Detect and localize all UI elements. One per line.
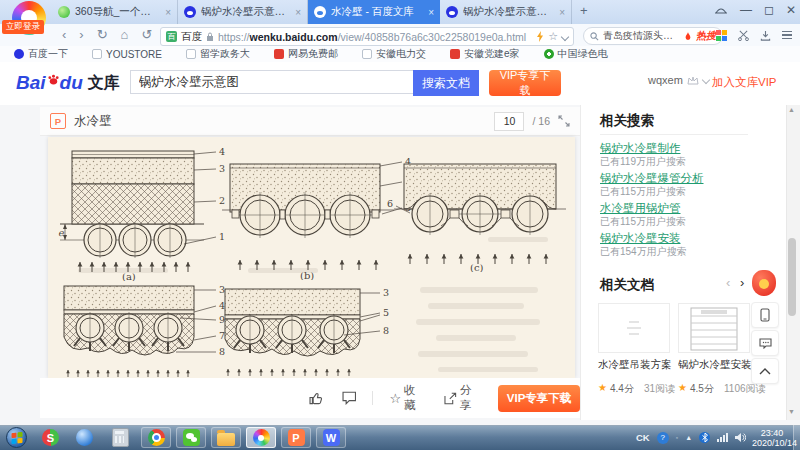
related-doc-title[interactable]: 水冷壁吊装方案	[598, 358, 674, 372]
ime-indicator[interactable]: CK	[636, 432, 650, 443]
hot-search-label[interactable]: 热搜	[696, 29, 716, 43]
lightning-icon[interactable]	[536, 31, 544, 42]
tab-close-icon[interactable]: ×	[295, 7, 301, 18]
bookmark-item[interactable]: 留学政务大	[186, 47, 250, 61]
svg-text:(a): (a)	[122, 271, 136, 281]
browser-search-box[interactable]: 青岛疫情源头在哪 热搜	[583, 27, 723, 45]
tab-close-icon[interactable]: ×	[559, 7, 565, 18]
related-search-link[interactable]: 水冷壁用锅炉管	[600, 201, 681, 216]
baidu-favicon-icon	[14, 49, 24, 59]
taskbar-app-icon[interactable]	[76, 429, 93, 446]
tray-expand-icon[interactable]: ▲	[685, 434, 692, 441]
page-number-input[interactable]	[494, 112, 524, 131]
bookmark-item[interactable]: 网易免费邮	[274, 47, 338, 61]
tray-misc-icon[interactable]: ◦	[676, 434, 678, 441]
browser-login-badge[interactable]: 立即登录	[2, 20, 44, 34]
related-doc-thumbnail[interactable]	[678, 303, 750, 353]
taskbar-clock[interactable]: 23:40 2020/10/14	[752, 428, 792, 448]
start-button[interactable]	[6, 427, 27, 448]
taskbar-360-safe-icon[interactable]: S	[42, 429, 59, 446]
taskbar-wps-doc-button[interactable]: W	[316, 427, 346, 448]
menu-icon[interactable]	[782, 29, 792, 42]
document-page[interactable]: e 4 3 2 1 (a) 4 3 5 (b)	[48, 137, 575, 378]
forward-button[interactable]: ›	[79, 24, 83, 46]
comment-icon[interactable]	[342, 391, 357, 405]
address-dropdown-icon[interactable]	[561, 32, 569, 40]
bookmark-item[interactable]: 安徽党建e家	[450, 47, 520, 61]
related-doc-thumbnail[interactable]	[598, 303, 670, 353]
clock-time: 23:40	[752, 428, 792, 438]
party-site-icon	[450, 49, 460, 59]
apps-grid-icon[interactable]	[716, 30, 727, 41]
related-search-link[interactable]: 锅炉水冷壁爆管分析	[600, 171, 704, 186]
share-label[interactable]: 分享	[460, 383, 482, 413]
logo-du: du	[60, 72, 83, 94]
flame-icon	[684, 31, 692, 41]
bookmark-item[interactable]: 中国绿色电	[544, 47, 608, 61]
vip-download-button-bottom[interactable]: VIP专享下载	[498, 385, 580, 412]
scissors-icon[interactable]	[738, 30, 749, 41]
taskbar-calculator-icon[interactable]	[112, 428, 129, 447]
red-packet-icon[interactable]	[752, 270, 776, 296]
related-search-link[interactable]: 锅炉水冷壁安装	[600, 231, 681, 246]
new-tab-button[interactable]: +	[580, 3, 588, 18]
feedback-button[interactable]	[751, 330, 779, 356]
like-icon[interactable]	[309, 391, 324, 406]
favorite-star-icon[interactable]: ☆	[389, 391, 401, 406]
favorite-page-icon[interactable]: ☆	[548, 30, 558, 43]
network-signal-icon[interactable]	[717, 433, 728, 442]
search-docs-button[interactable]: 搜索文档	[413, 70, 479, 96]
join-vip-link[interactable]: 加入文库VIP	[712, 75, 777, 90]
search-icon	[590, 32, 599, 41]
user-menu-chevron-icon[interactable]	[702, 76, 710, 84]
minimize-button[interactable]: —	[740, 3, 752, 17]
show-desktop-button[interactable]	[793, 425, 800, 450]
download-icon[interactable]	[760, 30, 771, 41]
bookmark-item[interactable]: 安徽电力交	[362, 47, 426, 61]
address-bar[interactable]: 百 百度 https://wenku.baidu.com/view/40858b…	[160, 27, 574, 46]
tab-close-icon[interactable]: ×	[165, 7, 171, 18]
undo-button[interactable]: ↺	[141, 24, 152, 46]
star-icon: ★	[598, 382, 607, 393]
taskbar-wechat-button[interactable]	[176, 427, 206, 448]
help-tray-icon[interactable]: ?	[657, 432, 669, 444]
volume-icon[interactable]	[735, 432, 746, 443]
tab-search-results[interactable]: 锅炉水冷壁示意图的搜索结果_百度 ×	[440, 0, 572, 24]
chrome-icon	[148, 429, 165, 446]
fullscreen-icon[interactable]	[558, 115, 570, 127]
taskbar-360-browser-button[interactable]	[246, 427, 276, 448]
maximize-button[interactable]: ◻	[764, 3, 774, 17]
refresh-button[interactable]: ↻	[97, 24, 108, 46]
bluetooth-icon[interactable]	[699, 432, 710, 443]
mobile-view-button[interactable]	[751, 302, 779, 328]
home-button[interactable]: ⌂	[121, 24, 129, 46]
tab-close-icon[interactable]: ×	[428, 7, 434, 18]
tab-360-nav[interactable]: 360导航_一个主页，整个世界 ×	[52, 0, 178, 24]
related-search-link[interactable]: 锅炉水冷壁制作	[600, 141, 681, 156]
scrollbar-thumb[interactable]	[788, 238, 796, 316]
tab-title: 锅炉水冷壁示意图_百度搜索	[201, 5, 290, 19]
username[interactable]: wqxem	[648, 74, 683, 86]
figure-a: e 4 3 2 1 (a)	[58, 146, 234, 281]
bookmark-item[interactable]: 百度一下	[14, 47, 68, 61]
tab-wenku-active[interactable]: 水冷壁 - 百度文库 ×	[308, 0, 440, 24]
back-to-top-button[interactable]	[751, 358, 779, 384]
back-button[interactable]: ‹	[62, 24, 66, 46]
wenku-search-input[interactable]	[130, 70, 413, 94]
docs-prev-button[interactable]: ‹	[726, 275, 730, 290]
scroll-down-icon[interactable]: ▼	[788, 408, 795, 415]
tab-baidu-search[interactable]: 锅炉水冷壁示意图_百度搜索 ×	[178, 0, 308, 24]
theme-hat-icon[interactable]	[714, 4, 728, 16]
taskbar-chrome-button[interactable]	[141, 427, 171, 448]
taskbar-explorer-button[interactable]	[211, 427, 241, 448]
close-window-button[interactable]: ✕	[786, 3, 796, 17]
share-icon[interactable]	[444, 392, 457, 405]
bookmark-item[interactable]: YOUSTORE	[92, 49, 162, 60]
taskbar-wps-ppt-button[interactable]: P	[281, 427, 311, 448]
wenku-logo[interactable]: Bai du 文库	[16, 70, 120, 96]
vip-download-button-top[interactable]: VIP专享下载	[489, 70, 561, 96]
docs-next-button[interactable]: ›	[740, 275, 744, 290]
scroll-up-icon[interactable]: ▲	[788, 106, 795, 113]
site-identity-badge[interactable]: 百	[166, 31, 177, 42]
favorite-label[interactable]: 收藏	[404, 383, 426, 413]
